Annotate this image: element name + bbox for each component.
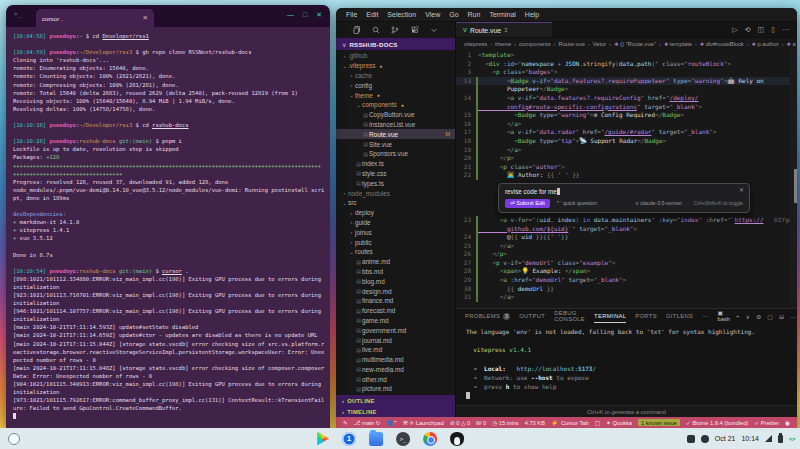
app-window-icon[interactable] — [687, 435, 695, 443]
run-icon[interactable]: ▷ — [732, 26, 737, 34]
breadcrumb-item[interactable]: vitepress — [464, 41, 487, 47]
app-circle-icon[interactable] — [701, 435, 709, 443]
tree-item-Sponsors.vue[interactable]: ▤Sponsors.vue — [336, 149, 455, 159]
prompt-input[interactable]: revise code for me — [505, 188, 743, 195]
shelf-app-play-store[interactable] — [315, 432, 329, 446]
terminal-tab[interactable]: cursor . ✕ — [36, 9, 154, 27]
source-control-icon[interactable] — [391, 26, 399, 34]
tree-item-src[interactable]: ⌄src — [336, 198, 455, 208]
statusbar-item[interactable]: ⚡ — [551, 420, 558, 426]
tab-route-vue[interactable]: V Route.vue 3 — [456, 22, 552, 37]
breadcrumb-item[interactable]: Route.vue — [558, 41, 584, 47]
tree-item-cache[interactable]: ›cache — [336, 71, 455, 81]
breadcrumb[interactable]: vitepress›theme›components›Route.vue›Vet… — [456, 38, 797, 49]
panel-tab-ports[interactable]: PORTS — [635, 313, 657, 319]
menu-file[interactable]: File — [346, 11, 357, 18]
statusbar-item[interactable]: 4.73 KB — [525, 420, 545, 426]
file-explorer[interactable]: ›.github⌄.vitepress●›cache›config⌄theme●… — [336, 50, 455, 395]
split-editor-icon[interactable]: ◫ — [758, 26, 765, 34]
breadcrumb-item[interactable]: ❖ p.author — [752, 41, 779, 47]
menu-run[interactable]: Run — [468, 11, 481, 18]
panel-tab-problems[interactable]: PROBLEMS3 — [465, 313, 510, 320]
statusbar-item[interactable]: 👤⁺ — [387, 420, 397, 426]
tree-item-picture.md[interactable]: ▤picture.md — [336, 384, 455, 394]
tree-item-joinus[interactable]: ›joinus — [336, 227, 455, 237]
minimap[interactable] — [790, 49, 797, 308]
tree-item-style.css[interactable]: ▤style.css — [336, 169, 455, 179]
date-label[interactable]: Oct 21 — [715, 435, 736, 442]
menu-selection[interactable]: Selection — [387, 11, 416, 18]
tree-item-types.ts[interactable]: ▤types.ts — [336, 178, 455, 188]
layout-icon[interactable]: ▯ — [771, 26, 775, 34]
shell-selector[interactable]: ▣ bash — [717, 310, 730, 322]
statusbar-item[interactable]: ⊘ 0 △ 0 — [450, 420, 470, 426]
code-editor[interactable]: 1<template>2 <div :id="namespace + JSON.… — [456, 49, 797, 308]
tab-close-icon[interactable]: ✕ — [143, 14, 148, 22]
statusbar-item[interactable]: ✦ Quokka — [606, 420, 632, 426]
scrollbar-thumb[interactable] — [794, 169, 797, 203]
breadcrumb-item[interactable]: Vetur — [593, 41, 607, 47]
integrated-terminal[interactable]: The language 'env' is not loaded, fallin… — [456, 323, 797, 405]
tree-item-guide[interactable]: ›guide — [336, 218, 455, 228]
statusbar-item[interactable]: W 0 — [476, 420, 486, 426]
tree-item-government.md[interactable]: ▤government.md — [336, 325, 455, 335]
statusbar-item[interactable]: ▢ — [595, 420, 600, 426]
menu-view[interactable]: View — [425, 11, 440, 18]
terminal-output[interactable]: [10:04:58] pseudoyu:~ $ cd Developer/rss… — [6, 27, 330, 428]
tree-item-components[interactable]: ⌄components● — [336, 100, 455, 110]
panel-action-icon[interactable]: ⋯ — [790, 313, 796, 320]
panel-action-icon[interactable]: ⚙ — [756, 313, 761, 320]
close-icon[interactable]: ✕ — [739, 186, 744, 193]
panel-tab-debug-console[interactable]: DEBUG CONSOLE — [554, 310, 585, 322]
shelf-app-linux-penguin[interactable] — [450, 432, 464, 446]
statusbar-item[interactable]: ✓ Biome 1.9.4 (bundled) — [686, 420, 748, 426]
close-icon[interactable]: ✕ — [316, 11, 322, 18]
breadcrumb-item[interactable]: ❖ {} "Route.vue" — [614, 41, 656, 47]
statusbar-item[interactable]: ✓ Prettier — [754, 420, 779, 426]
tree-item-bbs.md[interactable]: ▤bbs.md — [336, 267, 455, 277]
breadcrumb-item[interactable]: theme — [495, 41, 511, 47]
tree-item-blog.md[interactable]: ▤blog.md — [336, 276, 455, 286]
tree-item-design.md[interactable]: ▤design.md — [336, 286, 455, 296]
panel-action-icon[interactable]: ▢ — [767, 313, 773, 320]
back-icon[interactable]: ⟲ — [745, 26, 751, 34]
tree-item-.github[interactable]: ›.github — [336, 51, 455, 61]
tree-item-game.md[interactable]: ▤game.md — [336, 316, 455, 326]
tree-item-other.md[interactable]: ▤other.md — [336, 374, 455, 384]
shelf-app-1password[interactable]: 1 — [342, 432, 356, 446]
statusbar-item[interactable]: ◷ 15 mins — [492, 420, 518, 426]
cursor-inline-edit-popup[interactable]: ✕ revise code for me ⏎ Submit Edit ⌃' qu… — [498, 183, 750, 213]
panel-action-icon[interactable]: + — [736, 313, 740, 319]
launcher-button[interactable] — [8, 433, 20, 445]
statusbar-item[interactable]: 1 known issue — [638, 419, 680, 426]
statusbar-item[interactable]: ⚒ ✈ Launchpad — [403, 420, 444, 426]
tree-item-anime.md[interactable]: ▤anime.md — [336, 257, 455, 267]
tree-item-.vitepress[interactable]: ⌄.vitepress● — [336, 61, 455, 71]
tree-item-forecast.md[interactable]: ▤forecast.md — [336, 306, 455, 316]
menu-go[interactable]: Go — [449, 11, 458, 18]
shelf-app-files[interactable] — [369, 432, 383, 446]
shelf-app-terminal[interactable]: >_ — [396, 432, 410, 446]
panel-tab-output[interactable]: OUTPUT — [519, 313, 545, 319]
tree-item-public[interactable]: ›public — [336, 237, 455, 247]
tree-item-node_modules[interactable]: ›node_modules — [336, 188, 455, 198]
statusbar-item[interactable]: ◉ — [785, 420, 790, 426]
breadcrumb-item[interactable]: ❖ a — [787, 41, 796, 47]
minimize-icon[interactable]: — — [287, 11, 294, 18]
menu-edit[interactable]: Edit — [366, 11, 378, 18]
shelf-app-chrome[interactable] — [423, 432, 437, 446]
extensions-icon[interactable] — [411, 26, 419, 34]
maximize-icon[interactable]: □ — [303, 11, 307, 18]
timeline-section[interactable]: › TIMELINE — [336, 406, 455, 417]
tree-item-theme[interactable]: ⌄theme● — [336, 90, 455, 100]
terminal-titlebar[interactable]: >_ cursor . ✕ — □ ✕ — [6, 5, 330, 27]
more-icon[interactable]: ⋯ — [782, 26, 789, 34]
breadcrumb-item[interactable]: components — [519, 41, 551, 47]
quick-question-button[interactable]: ⌃' quick question — [556, 200, 598, 206]
menu-help[interactable]: Help — [525, 11, 539, 18]
model-selector[interactable]: ∨ claude-3.5-sonnet — [635, 200, 682, 206]
tree-item-new-media.md[interactable]: ▤new-media.md — [336, 365, 455, 375]
statusbar-item[interactable]: ✎ — [343, 420, 348, 426]
tree-item-routes[interactable]: ⌄routes — [336, 247, 455, 257]
project-header[interactable]: ∨ RSSHUB-DOCS — [336, 38, 455, 50]
